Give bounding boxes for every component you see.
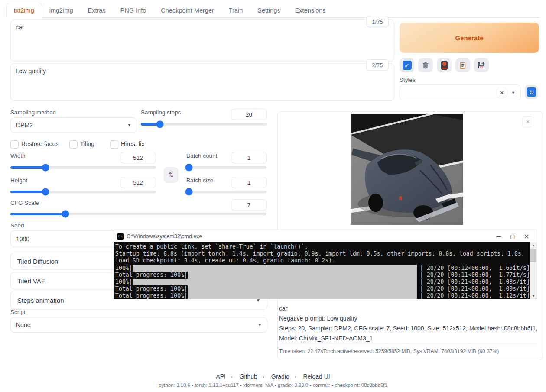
restore-faces-checkbox[interactable] xyxy=(10,140,19,149)
terminal-progress-line: 100%|| 20/20 [00:12<00:00, 1.65it/s] xyxy=(115,265,530,272)
styles-dropdown[interactable]: × ▼ xyxy=(400,84,521,100)
tab-extensions[interactable]: Extensions xyxy=(288,3,333,17)
seed-label: Seed xyxy=(10,222,24,229)
save-style-button[interactable] xyxy=(474,58,489,72)
cmd-terminal-window: C:\ C:\Windows\system32\cmd.exe — □ × To… xyxy=(114,230,537,299)
terminal-progress-line: Total progress: 100%|| 20/20 [00:11<00:0… xyxy=(115,272,530,279)
script-value: None xyxy=(16,321,30,328)
sampling-steps-slider[interactable] xyxy=(141,123,267,126)
extra-networks-button[interactable] xyxy=(437,58,452,72)
terminal-scrollbar[interactable]: ▲ ▼ xyxy=(530,242,537,299)
cfg-scale-input[interactable]: 7 xyxy=(231,199,267,211)
batch-count-input[interactable]: 1 xyxy=(231,152,267,163)
negative-prompt-input[interactable]: Low quality xyxy=(10,63,394,101)
height-slider[interactable] xyxy=(10,191,156,193)
script-label: Script xyxy=(10,309,26,315)
prompt-token-counter: 1/75 xyxy=(366,16,389,27)
swap-arrows-icon: ⇅ xyxy=(168,171,174,179)
swap-width-height-button[interactable]: ⇅ xyxy=(164,167,178,183)
refresh-styles-button[interactable]: ↻ xyxy=(525,85,538,99)
dot-separator: • xyxy=(231,374,233,379)
height-input[interactable]: 512 xyxy=(120,177,156,188)
refresh-icon: ↻ xyxy=(527,87,536,97)
hires-fix-checkbox[interactable] xyxy=(110,140,118,149)
progress-bar xyxy=(133,265,417,272)
sampling-method-value: DPM2 xyxy=(16,122,33,129)
footer-link-github[interactable]: Github xyxy=(240,373,257,380)
hires-fix-label[interactable]: Hires. fix xyxy=(121,140,144,147)
txt2img-page: txt2img img2img Extras PNG Info Checkpoi… xyxy=(0,0,546,392)
footer-link-reload-ui[interactable]: Reload UI xyxy=(303,373,330,380)
tab-checkpoint-merger[interactable]: Checkpoint Merger xyxy=(153,3,221,17)
footer-links: API• Github• Gradio• Reload UI xyxy=(0,373,546,380)
cmd-icon: C:\ xyxy=(117,233,124,240)
dot-separator: • xyxy=(263,374,264,379)
footer-link-gradio[interactable]: Gradio xyxy=(271,373,289,380)
tab-extras[interactable]: Extras xyxy=(81,3,113,17)
restore-faces-label[interactable]: Restore faces xyxy=(21,140,58,147)
accordion-title: Steps animation xyxy=(17,297,64,304)
footer-versions: python: 3.10.6 • torch: 1.13.1+cu117 • x… xyxy=(0,382,546,388)
scroll-up-icon[interactable]: ▲ xyxy=(530,242,537,248)
batch-size-label: Batch size xyxy=(186,177,213,184)
batch-count-slider[interactable] xyxy=(186,166,266,169)
width-input[interactable]: 512 xyxy=(120,152,156,163)
tab-png-info[interactable]: PNG Info xyxy=(113,3,154,17)
progress-bar xyxy=(133,279,417,285)
tab-train[interactable]: Train xyxy=(221,3,250,17)
tiling-checkbox[interactable] xyxy=(69,140,78,149)
width-label: Width xyxy=(10,152,26,159)
batch-size-slider[interactable] xyxy=(186,191,266,193)
prompt-input[interactable]: car xyxy=(10,19,394,61)
minimize-icon[interactable]: — xyxy=(492,230,506,242)
apply-styles-button[interactable] xyxy=(455,58,470,72)
batch-size-input[interactable]: 1 xyxy=(231,177,267,188)
cfg-scale-label: CFG Scale xyxy=(10,200,39,206)
tab-txt2img[interactable]: txt2img xyxy=(6,3,42,18)
output-time-taken-text: Time taken: 22.47sTorch active/reserved:… xyxy=(279,344,537,354)
generated-car-image[interactable] xyxy=(351,114,463,225)
maximize-icon[interactable]: □ xyxy=(506,230,520,242)
terminal-title: C:\Windows\system32\cmd.exe xyxy=(127,233,202,240)
tab-img2img[interactable]: img2img xyxy=(42,3,81,17)
slider-thumb[interactable] xyxy=(42,164,49,172)
close-icon[interactable]: × xyxy=(520,230,533,242)
height-label: Height xyxy=(10,177,27,184)
terminal-output: To create a public link, set `share=True… xyxy=(114,242,530,299)
batch-count-label: Batch count xyxy=(186,152,217,159)
tiling-label[interactable]: Tiling xyxy=(80,140,94,147)
slider-thumb[interactable] xyxy=(42,188,49,196)
scrollbar-thumb[interactable] xyxy=(530,249,536,262)
gallery-close-icon[interactable]: × xyxy=(522,116,533,127)
trash-icon xyxy=(421,61,430,70)
output-prompt-text: car xyxy=(279,304,539,314)
clipboard-icon xyxy=(458,61,467,70)
chevron-down-icon: ▼ xyxy=(258,323,262,327)
slider-thumb[interactable] xyxy=(185,188,192,196)
clear-prompt-button[interactable] xyxy=(418,58,433,72)
script-dropdown[interactable]: None ▼ xyxy=(10,317,267,333)
cfg-scale-slider[interactable] xyxy=(10,213,266,215)
negative-prompt-token-counter: 2/75 xyxy=(366,59,389,71)
terminal-line: To create a public link, set `share=True… xyxy=(115,243,530,250)
styles-clear-icon[interactable]: × xyxy=(496,87,508,99)
accordion-title: Tiled Diffusion xyxy=(17,258,58,265)
terminal-line: load SD checkpoint: 3.4s, create ui: 0.4… xyxy=(115,257,530,264)
main-tab-bar: txt2img img2img Extras PNG Info Checkpoi… xyxy=(6,3,540,18)
styles-label: Styles xyxy=(400,77,416,83)
scroll-down-icon[interactable]: ▼ xyxy=(530,293,537,299)
generate-button[interactable]: Generate xyxy=(400,23,539,53)
sampling-method-dropdown[interactable]: DPM2 ▼ xyxy=(10,117,137,133)
paste-generation-params-button[interactable]: ↙ xyxy=(400,58,414,72)
progress-bar xyxy=(188,272,417,279)
dot-separator: • xyxy=(295,374,296,379)
terminal-title-bar[interactable]: C:\ C:\Windows\system32\cmd.exe — □ × xyxy=(114,230,537,242)
slider-thumb[interactable] xyxy=(156,121,163,128)
progress-bar xyxy=(188,292,417,299)
sampling-steps-input[interactable]: 20 xyxy=(231,109,267,120)
tab-settings[interactable]: Settings xyxy=(250,3,287,17)
slider-thumb[interactable] xyxy=(185,164,192,172)
footer-link-api[interactable]: API xyxy=(216,373,226,380)
width-slider[interactable] xyxy=(10,166,156,169)
slider-thumb[interactable] xyxy=(62,211,69,218)
